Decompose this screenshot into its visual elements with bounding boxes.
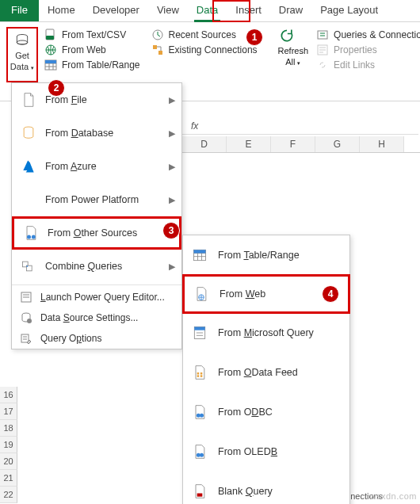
table-icon [44,59,57,71]
svg-rect-3 [46,36,54,40]
refresh-all-button[interactable]: Refresh All ▾ [278,27,309,68]
col-header[interactable]: H [360,136,404,152]
svg-rect-28 [200,372,203,375]
blank-query-icon [191,483,208,500]
menu-data-source-settings[interactable]: Data Source Settings... [12,307,181,328]
chevron-right-icon: ▶ [169,262,175,272]
menu-from-other-sources[interactable]: From Other Sources ▶ [12,216,181,250]
submenu-microsoft-query[interactable]: From Microsoft Query [183,313,349,353]
queries-icon [316,29,329,41]
menu-from-database[interactable]: From Database ▶ [12,116,181,150]
recent-icon [151,29,164,41]
from-text-csv-button[interactable]: From Text/CSV [44,29,140,41]
chevron-right-icon: ▶ [169,162,175,172]
recent-sources-button[interactable]: Recent Sources [151,29,258,41]
connections-icon [151,44,164,56]
submenu-odbc[interactable]: From ODBC [183,392,349,432]
col-header[interactable]: G [315,136,360,152]
menu-from-file[interactable]: From File ▶ [12,83,181,116]
azure-icon [20,158,37,175]
refresh-icon [278,27,296,44]
tab-data[interactable]: Data [188,0,227,21]
svg-rect-29 [197,375,200,377]
table-icon [191,246,208,264]
queries-connections-button[interactable]: Queries & Connections [316,29,420,41]
pq-editor-icon [20,291,32,304]
other-sources-icon [22,224,40,242]
svg-rect-6 [45,60,56,63]
menu-from-power-platform[interactable]: From Power Platform ▶ [12,183,181,216]
chevron-right-icon: ▶ [169,195,175,205]
svg-rect-35 [197,494,203,497]
col-header[interactable]: F [271,136,315,152]
properties-icon [316,44,329,56]
submenu-blank-query[interactable]: Blank Query [183,472,349,504]
col-header[interactable]: E [227,136,271,152]
edit-links-button: Edit Links [316,59,420,71]
fx-label[interactable]: fx [191,120,198,132]
svg-rect-26 [194,327,204,330]
callout-1: 1 [246,29,263,46]
svg-point-34 [200,453,204,457]
svg-point-32 [200,414,204,418]
tab-home[interactable]: Home [39,0,84,21]
globe-icon [44,44,57,56]
svg-rect-8 [153,45,157,49]
tab-file[interactable]: File [0,0,39,21]
from-web-button[interactable]: From Web [44,44,140,56]
existing-connections-button[interactable]: Existing Connections [151,44,258,56]
tab-view[interactable]: View [148,0,188,21]
other-sources-submenu: From Table/Range From Web From Microsoft… [182,235,350,504]
menu-combine-queries[interactable]: Combine Queries ▶ [12,250,181,283]
submenu-table-range[interactable]: From Table/Range [183,235,349,275]
row-header[interactable]: 22 [0,487,17,503]
datasource-icon [20,311,32,324]
callout-2: 2 [48,79,65,97]
chevron-right-icon: ▶ [169,95,175,105]
odbc-icon [191,403,208,421]
oledb-icon [191,443,208,460]
submenu-odata[interactable]: From OData Feed [183,353,349,392]
svg-point-13 [27,235,31,239]
row-header[interactable]: 18 [0,420,17,437]
chevron-right-icon: ▶ [169,128,175,139]
tab-pagelayout[interactable]: Page Layout [311,0,387,21]
col-header[interactable]: D [182,136,227,152]
svg-rect-30 [200,375,203,377]
database-icon [13,32,31,49]
watermark: wsxdn.com [369,491,417,501]
row-header[interactable]: 16 [0,387,17,403]
row-header[interactable]: 21 [0,470,17,487]
blank-icon [20,191,37,208]
svg-point-14 [32,235,36,239]
ribbon-tabs: File Home Developer View Data Insert Dra… [0,0,420,22]
tab-developer[interactable]: Developer [84,0,148,21]
svg-rect-21 [21,334,29,342]
get-data-label-2: Data ▾ [10,62,34,73]
row-header[interactable]: 19 [0,437,17,453]
spreadsheet-grid: D E F G H [182,136,420,153]
get-data-button[interactable]: Get Data ▾ [6,27,38,82]
submenu-oledb[interactable]: From OLEDB [183,432,349,472]
msquery-icon [191,324,208,342]
svg-rect-27 [197,372,200,375]
from-table-range-button[interactable]: From Table/Range [44,59,140,71]
row-header[interactable]: 20 [0,453,17,470]
svg-rect-23 [194,250,206,253]
svg-rect-9 [158,51,162,55]
row-headers: 16 17 18 19 20 21 22 [0,387,17,503]
menu-launch-pq-editor[interactable]: Launch Power Query Editor... [12,287,181,307]
menu-query-options[interactable]: Query Options [12,328,181,349]
row-header[interactable]: 17 [0,403,17,420]
database-icon [20,124,37,142]
get-data-label-1: Get [15,51,29,60]
edit-links-icon [316,59,329,71]
odata-icon [191,364,208,381]
svg-rect-17 [27,265,29,267]
file-icon [20,91,37,109]
tab-insert[interactable]: Insert [227,0,270,21]
tab-draw[interactable]: Draw [270,0,311,21]
web-file-icon [193,285,210,303]
menu-from-azure[interactable]: From Azure ▶ [12,150,181,183]
callout-4: 4 [322,285,339,303]
